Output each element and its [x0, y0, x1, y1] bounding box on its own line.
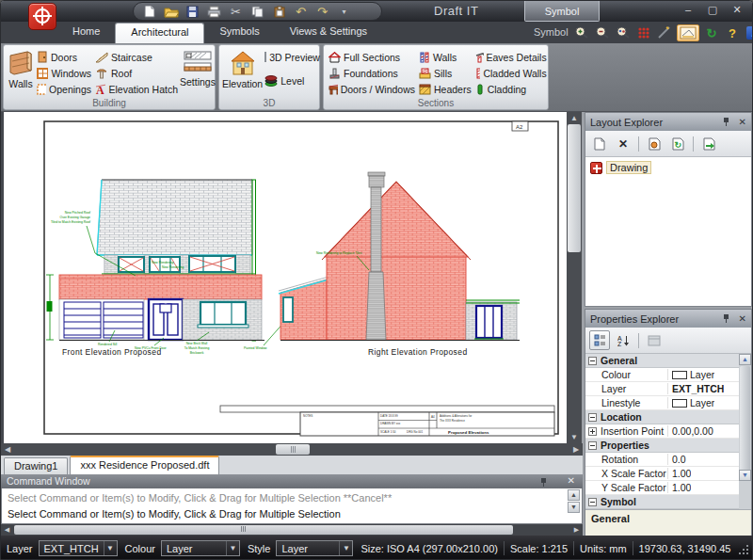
prop-row-colour[interactable]: ColourLayer	[585, 368, 751, 382]
drawing-viewport[interactable]: A2	[1, 112, 567, 443]
export-layout-icon[interactable]	[644, 134, 665, 153]
close-icon[interactable]: ✕	[739, 117, 746, 127]
zoom-dynamic-icon[interactable]	[615, 24, 632, 41]
prop-row-layer[interactable]: LayerEXT_HTCH	[585, 382, 751, 396]
close-icon[interactable]: ✕	[568, 475, 575, 486]
scroll-up-icon[interactable]: ▲	[568, 489, 580, 501]
prop-row-y-scale[interactable]: Y Scale Factor1.00	[585, 481, 751, 495]
snap-grid-icon[interactable]	[635, 24, 652, 41]
new-icon[interactable]	[141, 5, 157, 19]
prop-group[interactable]: Properties	[585, 439, 751, 453]
categorized-icon[interactable]	[589, 330, 610, 350]
scroll-down-icon[interactable]: ▼	[567, 431, 582, 443]
collapse-icon[interactable]	[588, 441, 597, 450]
scroll-right-icon[interactable]: ▶	[570, 524, 583, 536]
openings-button[interactable]: Openings	[35, 81, 93, 97]
prop-row-rotation[interactable]: Rotation0.0	[585, 453, 751, 467]
property-pages-icon[interactable]	[644, 330, 665, 350]
help-icon[interactable]: ?	[724, 24, 741, 41]
staircase-button[interactable]: Staircase	[93, 49, 180, 65]
drawing-canvas[interactable]: A2	[4, 112, 567, 443]
command-history[interactable]: Select Command or Item(s) to Modify, Cli…	[1, 488, 583, 524]
undo-icon[interactable]: ↶	[293, 5, 309, 19]
eaves-details-button[interactable]: Eaves Details	[473, 49, 549, 65]
qat-more-icon[interactable]: ▾	[336, 5, 352, 19]
prop-group[interactable]: Location	[585, 410, 751, 424]
layout-item-drawing[interactable]: Drawing	[590, 161, 746, 174]
vscroll-thumb[interactable]	[568, 124, 581, 252]
prop-group[interactable]: Symbol	[585, 495, 751, 509]
scroll-down-icon[interactable]: ▼	[739, 470, 751, 481]
collapse-icon[interactable]	[588, 357, 597, 365]
command-vscroll[interactable]: ▲▼	[568, 489, 581, 514]
cladding-button[interactable]: Cladding	[473, 81, 549, 97]
prop-row-x-scale[interactable]: X Scale Factor1.00	[585, 467, 751, 481]
minimize-button[interactable]: –	[681, 4, 696, 16]
print-icon[interactable]	[206, 5, 222, 19]
info-icon[interactable]: i	[745, 24, 753, 41]
close-icon[interactable]: ✕	[739, 313, 746, 324]
colour-dropdown[interactable]: Layer▼	[161, 540, 240, 556]
walls-button[interactable]: Walls	[7, 48, 35, 97]
scroll-up-icon[interactable]: ▲	[739, 354, 751, 365]
properties-grid[interactable]: General ColourLayer LayerEXT_HTCH Linest…	[585, 354, 751, 509]
tab-architectural[interactable]: Architectural	[115, 23, 204, 43]
foundations-button[interactable]: Foundations	[327, 65, 417, 81]
expand-icon[interactable]	[588, 427, 597, 436]
sketch-line-icon[interactable]	[656, 24, 673, 41]
pin-icon[interactable]	[722, 313, 731, 324]
redo-icon[interactable]: ↷	[314, 5, 330, 19]
scroll-up-icon[interactable]: ▲	[567, 112, 582, 124]
colour-swatch[interactable]	[672, 371, 687, 379]
windows-button[interactable]: Windows	[35, 65, 93, 81]
refresh-icon[interactable]: ↻	[703, 24, 720, 41]
layer-dropdown[interactable]: EXT_HTCH▼	[39, 540, 118, 556]
symbol-mode-icon[interactable]	[677, 24, 699, 41]
delete-layout-icon[interactable]: ✕	[613, 134, 633, 153]
properties-scrollbar[interactable]: ▲ ▼	[739, 354, 751, 509]
prop-row-insertion-point[interactable]: Insertion Point0.00,0.00	[585, 424, 751, 439]
3d-preview-toggle[interactable]: 3D Preview	[263, 49, 317, 65]
doors-windows-section-button[interactable]: Doors / Windows	[327, 81, 417, 97]
pin-icon[interactable]	[539, 477, 549, 488]
new-layout-icon[interactable]	[589, 134, 610, 153]
headers-button[interactable]: Headers	[417, 81, 473, 97]
zoom-in-icon[interactable]	[573, 24, 590, 41]
horizontal-scrollbar[interactable]: ◀ ▶	[1, 443, 583, 456]
hscroll-thumb[interactable]	[276, 444, 310, 455]
app-menu-button[interactable]	[28, 3, 56, 30]
scroll-left-icon[interactable]: ◀	[1, 524, 13, 536]
sort-alphabetical-icon[interactable]: AZ	[613, 330, 633, 350]
prop-group[interactable]: General	[585, 354, 751, 368]
paste-icon[interactable]	[271, 5, 287, 19]
linestyle-swatch[interactable]	[672, 399, 687, 408]
collapse-icon[interactable]	[588, 413, 597, 422]
scroll-left-icon[interactable]: ◀	[1, 443, 14, 456]
open-folder-icon[interactable]	[163, 5, 179, 19]
style-dropdown[interactable]: Layer▼	[276, 540, 353, 556]
layout-list[interactable]: Drawing	[585, 157, 751, 306]
level-button[interactable]: Level	[263, 72, 317, 88]
save-icon[interactable]	[184, 5, 200, 19]
elevation-hatch-button[interactable]: AElevation Hatch	[93, 81, 180, 97]
zoom-out-icon[interactable]	[594, 24, 611, 41]
pin-icon[interactable]	[722, 117, 731, 127]
insert-layout-icon[interactable]	[698, 134, 719, 153]
scroll-right-icon[interactable]: ▶	[569, 443, 583, 456]
doors-button[interactable]: Doors	[35, 49, 93, 65]
walls-section-button[interactable]: Walls	[417, 49, 473, 65]
cut-icon[interactable]: ✂	[228, 5, 244, 19]
cmd-hscroll-thumb[interactable]	[14, 525, 513, 535]
tab-symbols[interactable]: Symbols	[204, 22, 274, 43]
cladded-walls-button[interactable]: Cladded Walls	[473, 65, 549, 81]
vertical-scrollbar[interactable]: ▲ ▼	[567, 112, 582, 443]
maximize-button[interactable]: ▢	[705, 4, 720, 16]
close-button[interactable]: ✕	[729, 4, 745, 16]
collapse-icon[interactable]	[588, 498, 597, 506]
building-settings-button[interactable]: Settings	[180, 48, 216, 97]
grid-scroll-thumb[interactable]	[740, 366, 750, 479]
refresh-layout-icon[interactable]: ↻	[667, 134, 688, 153]
roof-button[interactable]: Roof	[93, 65, 180, 81]
tab-residence-proposed[interactable]: xxx Residence Proposed.dft	[70, 456, 219, 474]
command-hscroll[interactable]: ◀ ▶	[1, 524, 583, 536]
